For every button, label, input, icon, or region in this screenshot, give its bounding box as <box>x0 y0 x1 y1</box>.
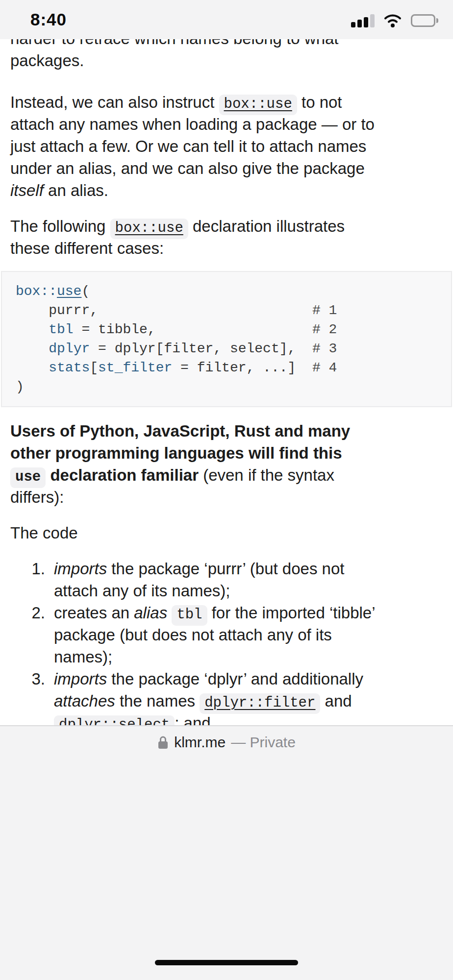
paragraph-bold-lead: Users of Python, JavaScript, Rust and ma… <box>10 420 443 508</box>
text-line: use declaration familiar (even if the sy… <box>10 464 443 486</box>
italic-text: imports <box>54 670 107 688</box>
battery-icon <box>411 14 438 27</box>
code-function-link[interactable]: use <box>57 284 81 299</box>
text: differs): <box>10 488 64 506</box>
text-line: Instead, we can also instruct box::use t… <box>10 91 443 113</box>
list-item: 1. imports the package ‘purrr’ (but does… <box>10 558 443 602</box>
text-line: harder to retrace which names belong to … <box>10 39 443 49</box>
text-line: itself an alias. <box>10 179 443 201</box>
list-item: 2. creates an alias tbl for the imported… <box>10 602 443 668</box>
text: Instead, we can also instruct <box>10 93 219 111</box>
home-indicator[interactable] <box>155 960 298 965</box>
code-text: = tibble, <box>74 322 156 337</box>
text-line: creates an alias tbl for the imported ‘t… <box>54 602 443 624</box>
text-line: packages. <box>10 49 443 72</box>
code-text <box>98 303 312 318</box>
code-text <box>296 360 312 375</box>
text-line: imports the package ‘purrr’ (but does no… <box>54 558 443 580</box>
italic-text: imports <box>54 560 107 578</box>
status-icons <box>351 13 438 28</box>
text-line: just attach a few. Or we can tell it to … <box>10 135 443 157</box>
wifi-icon <box>382 13 403 28</box>
code-text: purrr, <box>16 303 98 318</box>
code-text <box>16 341 49 356</box>
text-line: stats[st_filter = filter, ...] # 4 <box>16 358 451 377</box>
code-comment: # 1 <box>312 303 337 318</box>
code-keyword: tbl <box>49 322 73 337</box>
text: just attach a few. Or we can tell it to … <box>10 137 366 155</box>
text: for the imported ‘tibble’ <box>207 604 376 622</box>
text-line: tbl = tibble, # 2 <box>16 320 451 339</box>
code-text <box>296 341 312 356</box>
text-line: attaches the names dplyr::filter and <box>54 690 443 712</box>
code-text: = filter, ...] <box>172 360 296 375</box>
ordered-list: 1. imports the package ‘purrr’ (but does… <box>10 558 443 734</box>
list-marker: 2. <box>10 602 45 624</box>
text-line: dplyr = dplyr[filter, select], # 3 <box>16 339 451 358</box>
text-line: attach any of its names); <box>54 580 443 602</box>
safari-mobile-window: 8:40 harder to retrace which names belon… <box>0 0 453 980</box>
text-line: package (but does not attach any of its <box>54 624 443 646</box>
inline-code: tbl <box>172 605 207 626</box>
inline-code-link[interactable]: dplyr::filter <box>200 693 320 714</box>
list-item-text: creates an alias tbl for the imported ‘t… <box>54 602 443 668</box>
code-block: box::use( purrr, # 1 tbl = tibble, # 2 d… <box>1 271 452 407</box>
text: and <box>320 692 352 710</box>
list-item-text: imports the package ‘purrr’ (but does no… <box>54 558 443 602</box>
code-text <box>16 322 49 337</box>
text: (even if the syntax <box>199 466 334 484</box>
text-line: under an alias, and we can also give the… <box>10 157 443 179</box>
text-line: purrr, # 1 <box>16 301 451 320</box>
url-privacy-label: — Private <box>231 734 296 751</box>
url-domain: klmr.me <box>174 734 226 751</box>
code-text: [ <box>90 360 98 375</box>
code-keyword: box:: <box>16 284 57 299</box>
code-text: ( <box>81 284 90 299</box>
code-text: ) <box>16 379 24 394</box>
text: attach any of its names); <box>54 582 230 600</box>
cellular-signal-icon <box>351 14 375 27</box>
text: these different cases: <box>10 239 164 257</box>
text-line: The following box::use declaration illus… <box>10 215 443 237</box>
text: packages. <box>10 51 84 70</box>
code-text: = dplyr[filter, select], <box>90 341 296 356</box>
bottom-toolbar: klmr.me — Private <box>0 725 453 980</box>
code-text <box>156 322 312 337</box>
italic-text: attaches <box>54 692 115 710</box>
code-keyword: dplyr <box>49 341 90 356</box>
list-item-text: imports the package ‘dplyr’ and addition… <box>54 668 443 734</box>
paragraph: The code <box>10 522 443 544</box>
text-line: The code <box>10 522 443 544</box>
text-line: differs): <box>10 486 443 508</box>
code-comment: # 4 <box>312 360 337 375</box>
text: an alias. <box>44 181 108 199</box>
text-line: names); <box>54 646 443 668</box>
inline-code-link[interactable]: box::use <box>110 219 188 239</box>
text-line: box::use( <box>16 282 451 301</box>
inline-code-bold: use <box>10 467 46 488</box>
text: names); <box>54 648 112 666</box>
text-line: imports the package ‘dplyr’ and addition… <box>54 668 443 690</box>
text: the package ‘purrr’ (but does not <box>107 560 344 578</box>
paragraph: The following box::use declaration illus… <box>10 215 443 259</box>
list-marker: 3. <box>10 668 45 690</box>
text: creates an <box>54 604 134 622</box>
code-keyword: st_filter <box>98 360 172 375</box>
list-marker: 1. <box>10 558 45 580</box>
text-line: these different cases: <box>10 237 443 259</box>
url-bar[interactable]: klmr.me — Private <box>0 734 453 751</box>
italic-text: alias <box>134 604 167 622</box>
status-bar: 8:40 <box>0 0 453 39</box>
text: The code <box>10 524 78 542</box>
text: the package ‘dplyr’ and additionally <box>107 670 363 688</box>
text: declaration illustrates <box>188 217 345 235</box>
text: The following <box>10 217 110 235</box>
bold-text: declaration familiar <box>46 466 199 484</box>
text <box>167 604 172 622</box>
code-text <box>16 360 49 375</box>
italic-text: itself <box>10 181 44 199</box>
list-item: 3. imports the package ‘dplyr’ and addit… <box>10 668 443 734</box>
paragraph: Instead, we can also instruct box::use t… <box>10 91 443 201</box>
inline-code-link[interactable]: box::use <box>219 95 297 115</box>
text: attach any names when loading a package … <box>10 115 375 133</box>
